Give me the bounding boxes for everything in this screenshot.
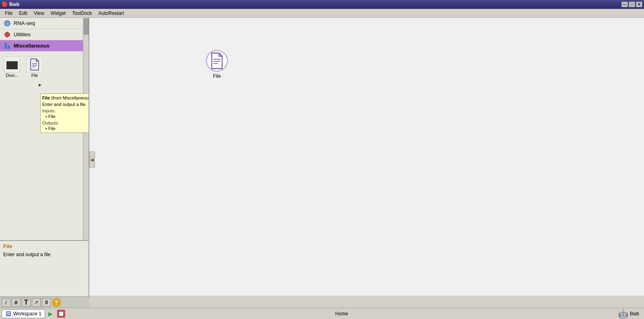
menu-autorestart[interactable]: AutoRestart — [95, 10, 127, 17]
direc-label: Direc... — [6, 73, 19, 78]
bottom-info-panel: File Enter and output a file — [0, 240, 89, 296]
help-icon-btn[interactable]: ? — [52, 298, 61, 307]
hash-icon-btn[interactable]: # — [12, 298, 21, 307]
category-list: ⚛ RNA-seq Utilities — [0, 18, 89, 52]
utilities-icon — [3, 31, 11, 39]
rna-seq-icon: ⚛ — [3, 19, 11, 27]
svg-rect-21 — [7, 314, 10, 315]
widget-direc[interactable]: Direc... — [2, 55, 23, 79]
taskbar-stop-btn[interactable] — [57, 310, 65, 318]
svg-rect-3 — [8, 46, 10, 49]
scrollbar-thumb — [84, 19, 89, 35]
canvas-file-label: File — [213, 73, 221, 79]
tooltip-inputs-label: Inputs: — [42, 108, 89, 113]
taskbar-home: Home — [67, 311, 617, 317]
widget-area: Direc... File — [0, 52, 89, 263]
taskbar-right-label: Bwb — [630, 311, 642, 317]
sidebar-item-miscellaneous[interactable]: Miscellaneous — [0, 40, 89, 52]
svg-rect-22 — [59, 312, 63, 316]
sidebar-item-utilities[interactable]: Utilities — [0, 29, 89, 40]
minimize-button[interactable]: — — [621, 2, 628, 7]
workspace-label: Workspace 1 — [13, 311, 41, 317]
title-bar: 🔴 Bwb — □ ✕ — [0, 0, 644, 9]
canvas-file-widget[interactable]: File — [206, 50, 228, 79]
title-bar-left: 🔴 Bwb — [2, 2, 19, 7]
file-icon-box — [27, 56, 43, 72]
close-button[interactable]: ✕ — [636, 2, 642, 7]
maximize-button[interactable]: □ — [629, 2, 635, 7]
taskbar: Workspace 1 ▶ Home 🤖 Bwb — [0, 308, 644, 319]
direc-icon-box — [4, 56, 20, 72]
menu-view[interactable]: View — [31, 10, 47, 17]
arrow-icon-btn[interactable]: ↗ — [32, 298, 41, 307]
icon-toolbar: i # T ↗ ⏸ ? — [0, 296, 89, 308]
tooltip-outputs-label: Outputs: — [42, 120, 89, 125]
bottom-panel-title: File — [3, 243, 85, 249]
sidebar-item-rna-seq[interactable]: ⚛ RNA-seq — [0, 18, 89, 29]
rna-seq-label: RNA-seq — [14, 20, 35, 26]
menu-widget[interactable]: Widget — [47, 10, 69, 17]
menu-bar: File Edit View Widget ToolDock AutoResta… — [0, 9, 644, 18]
pause-icon-btn[interactable]: ⏸ — [42, 298, 51, 307]
title-bar-controls[interactable]: — □ ✕ — [621, 2, 642, 7]
app-icon: 🔴 — [2, 2, 8, 7]
text-icon-btn[interactable]: T — [22, 298, 31, 307]
tooltip-input-file: • File — [45, 114, 89, 119]
miscellaneous-label: Miscellaneous — [14, 43, 50, 49]
tooltip-output-file: • File — [45, 126, 89, 131]
info-icon-btn[interactable]: i — [2, 298, 10, 307]
miscellaneous-icon — [3, 42, 11, 50]
workspace-icon — [5, 311, 12, 317]
tooltip-description: Enter and output a file — [42, 102, 89, 107]
menu-file[interactable]: File — [2, 10, 16, 17]
bottom-panel-description: Enter and output a file — [3, 252, 85, 257]
tooltip-title: File (from Miscellaneous) — [42, 95, 89, 100]
svg-rect-5 — [6, 63, 11, 64]
canvas-file-icon — [206, 50, 228, 72]
utilities-label: Utilities — [14, 31, 31, 37]
file-label: File — [31, 73, 38, 78]
svg-rect-4 — [6, 61, 18, 69]
side-collapse-btn[interactable]: ◀ — [89, 151, 95, 168]
svg-text:⚛: ⚛ — [6, 22, 9, 26]
window-title: Bwb — [9, 2, 19, 7]
taskbar-play-btn[interactable]: ▶ — [47, 310, 55, 318]
menu-edit[interactable]: Edit — [16, 10, 31, 17]
tooltip-popup: File (from Miscellaneous) Enter and outp… — [40, 93, 89, 133]
main-layout: ⚛ RNA-seq Utilities — [0, 18, 644, 296]
taskbar-workspace[interactable]: Workspace 1 — [2, 309, 45, 318]
menu-tooldock[interactable]: ToolDock — [69, 10, 95, 17]
taskbar-system-tray: 🤖 — [618, 309, 628, 319]
svg-rect-20 — [7, 312, 10, 313]
canvas-area: File — [89, 18, 644, 296]
svg-rect-2 — [4, 43, 7, 49]
widget-file[interactable]: File — [24, 55, 45, 79]
